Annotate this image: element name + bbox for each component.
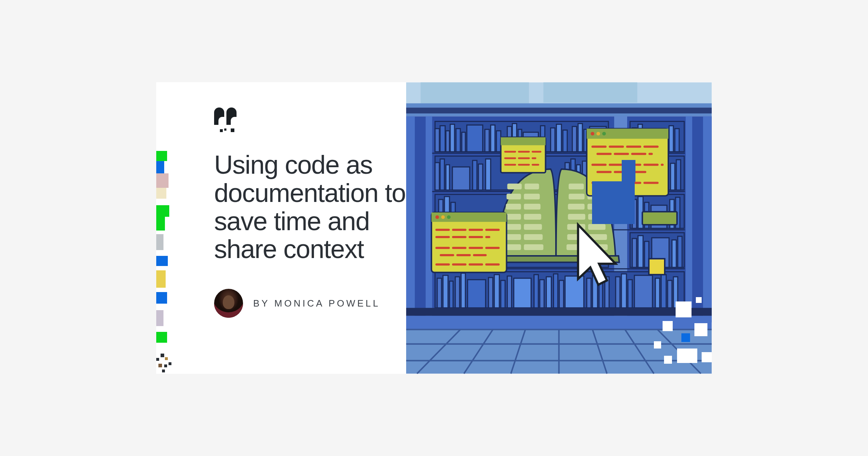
svg-rect-134 — [525, 183, 539, 189]
svg-rect-65 — [450, 281, 453, 308]
illustration-notch-step — [622, 160, 635, 182]
svg-rect-4 — [406, 107, 712, 113]
svg-rect-135 — [507, 194, 521, 199]
hero-illustration — [406, 82, 712, 374]
svg-rect-121 — [406, 316, 712, 330]
svg-rect-75 — [540, 280, 544, 308]
svg-point-179 — [441, 215, 445, 219]
quote-icon — [214, 107, 236, 129]
svg-rect-64 — [443, 275, 448, 308]
svg-rect-1 — [421, 83, 529, 104]
svg-rect-67 — [461, 273, 465, 308]
svg-rect-71 — [501, 280, 505, 308]
svg-rect-172 — [501, 137, 546, 145]
svg-rect-40 — [452, 167, 470, 190]
svg-rect-133 — [507, 183, 522, 189]
svg-point-178 — [435, 215, 439, 219]
svg-rect-31 — [573, 126, 577, 152]
svg-rect-9 — [686, 116, 692, 322]
svg-rect-146 — [524, 244, 544, 250]
illustration-notch — [592, 181, 635, 224]
svg-point-180 — [447, 215, 451, 219]
svg-rect-41 — [473, 160, 477, 190]
svg-rect-98 — [675, 128, 679, 152]
svg-rect-151 — [568, 204, 585, 210]
svg-rect-16 — [450, 124, 455, 152]
svg-rect-119 — [678, 236, 682, 267]
svg-rect-6 — [406, 116, 415, 322]
svg-rect-66 — [455, 277, 460, 308]
svg-rect-89 — [661, 275, 666, 308]
article-title: Using code as documentation to save time… — [214, 151, 409, 263]
svg-rect-17 — [456, 128, 460, 152]
svg-rect-76 — [546, 277, 552, 308]
svg-rect-136 — [524, 194, 540, 199]
content-panel: Using code as documentation to save time… — [156, 82, 429, 374]
svg-rect-97 — [669, 126, 673, 152]
svg-rect-144 — [524, 234, 543, 240]
svg-rect-80 — [587, 278, 591, 308]
svg-rect-21 — [491, 125, 495, 152]
library-illustration-svg — [406, 82, 712, 374]
byline: BY MONICA POWELL — [214, 289, 418, 318]
svg-rect-153 — [568, 214, 586, 220]
svg-rect-91 — [673, 277, 678, 308]
svg-rect-32 — [578, 123, 583, 152]
svg-rect-156 — [588, 224, 605, 230]
svg-rect-74 — [534, 275, 539, 308]
svg-rect-63 — [437, 278, 442, 308]
svg-rect-147 — [569, 183, 584, 189]
svg-rect-19 — [467, 125, 483, 152]
svg-point-164 — [596, 132, 600, 135]
svg-rect-69 — [489, 278, 493, 308]
svg-rect-114 — [632, 238, 637, 267]
svg-rect-115 — [638, 236, 643, 267]
svg-rect-149 — [569, 194, 585, 199]
svg-rect-79 — [565, 276, 584, 308]
svg-rect-140 — [524, 214, 541, 220]
svg-rect-72 — [507, 276, 512, 308]
svg-rect-187 — [649, 259, 665, 275]
svg-rect-139 — [505, 214, 521, 220]
svg-rect-73 — [514, 278, 531, 308]
svg-rect-88 — [655, 278, 660, 308]
svg-rect-18 — [462, 132, 465, 152]
svg-rect-29 — [557, 124, 562, 152]
svg-rect-14 — [440, 126, 445, 152]
svg-rect-37 — [435, 162, 439, 190]
svg-rect-84 — [616, 277, 620, 308]
svg-rect-86 — [628, 280, 632, 308]
svg-rect-43 — [486, 159, 491, 190]
svg-rect-105 — [676, 160, 681, 190]
author-avatar — [214, 289, 243, 318]
svg-rect-13 — [435, 128, 439, 152]
svg-rect-85 — [621, 274, 626, 308]
svg-rect-104 — [671, 163, 675, 190]
svg-point-163 — [591, 132, 594, 135]
svg-rect-15 — [446, 131, 450, 152]
svg-rect-77 — [554, 274, 558, 308]
svg-rect-186 — [642, 212, 677, 225]
svg-rect-7 — [703, 116, 712, 322]
svg-rect-38 — [440, 159, 444, 190]
svg-rect-20 — [485, 129, 489, 152]
svg-rect-90 — [668, 280, 672, 308]
social-card: Using code as documentation to save time… — [156, 82, 712, 374]
svg-point-165 — [602, 132, 606, 135]
svg-rect-2 — [544, 83, 638, 103]
svg-rect-118 — [672, 240, 676, 267]
svg-rect-28 — [551, 128, 555, 152]
svg-rect-137 — [506, 204, 521, 210]
svg-rect-70 — [494, 275, 499, 308]
svg-rect-30 — [563, 130, 567, 152]
svg-rect-39 — [446, 165, 450, 190]
svg-rect-78 — [559, 280, 564, 308]
byline-text: BY MONICA POWELL — [253, 298, 380, 309]
svg-rect-68 — [468, 280, 486, 308]
svg-rect-87 — [634, 275, 652, 308]
svg-rect-42 — [478, 164, 483, 190]
svg-rect-138 — [524, 204, 541, 210]
svg-rect-142 — [524, 224, 542, 230]
svg-rect-120 — [406, 308, 712, 316]
